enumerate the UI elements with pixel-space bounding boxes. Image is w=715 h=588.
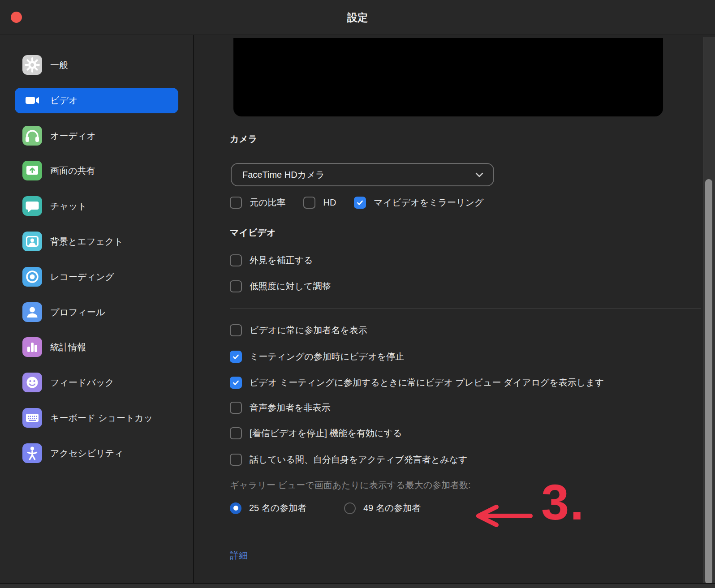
sidebar-item-label: キーボード ショートカッ xyxy=(50,405,153,431)
checkbox-label: 話している間、自分自身をアクティブ発言者とみなす xyxy=(250,454,468,466)
background-effects-icon xyxy=(22,232,42,251)
unchecked-checkbox[interactable] xyxy=(230,454,242,466)
checkbox-label: 低照度に対して調整 xyxy=(250,280,331,292)
camera-options-row: 元の比率HDマイビデオをミラーリング xyxy=(230,197,484,209)
sidebar-item-screen-share[interactable]: 画面の共有 xyxy=(15,158,178,184)
sidebar-item-label: レコーディング xyxy=(50,264,114,290)
checked-checkbox[interactable] xyxy=(230,351,242,363)
feedback-icon xyxy=(22,373,42,392)
unchecked-checkbox[interactable] xyxy=(230,254,242,266)
sidebar-item-label: 画面の共有 xyxy=(50,158,95,184)
sidebar-item-accessibility[interactable]: アクセシビリティ xyxy=(15,441,178,466)
checked-checkbox[interactable] xyxy=(354,197,366,209)
annotation-arrow-icon xyxy=(474,502,534,531)
sidebar-item-label: オーディオ xyxy=(50,123,96,149)
camera-device-value: FaceTime HDカメラ xyxy=(242,169,475,181)
checkbox-label: ミーティングの参加時にビデオを停止 xyxy=(250,351,404,363)
unchecked-checkbox[interactable] xyxy=(230,280,242,292)
sidebar-item-label: 背景とエフェクト xyxy=(50,229,123,254)
title-bar: 設定 xyxy=(0,0,715,35)
gallery-option: 25 名の参加者 xyxy=(230,502,306,514)
camera-device-select[interactable]: FaceTime HDカメラ xyxy=(231,163,494,186)
unchecked-checkbox[interactable] xyxy=(230,427,242,439)
gallery-option: 49 名の参加者 xyxy=(344,502,421,514)
gallery-view-label: ギャラリー ビューで画面あたりに表示する最大の参加者数: xyxy=(230,479,471,491)
accessibility-icon xyxy=(22,443,42,463)
unchecked-checkbox[interactable] xyxy=(230,197,242,209)
sidebar-item-feedback[interactable]: フィードバック xyxy=(15,370,178,395)
my-video-option: 外見を補正する xyxy=(230,254,313,266)
sidebar-item-statistics[interactable]: 統計情報 xyxy=(15,335,178,360)
checkbox-label: [着信ビデオを停止] 機能を有効にする xyxy=(250,427,402,439)
checkbox-label: 音声参加者を非表示 xyxy=(250,402,330,414)
camera-option: HD xyxy=(303,197,336,209)
checkbox-label: マイビデオをミラーリング xyxy=(374,197,483,209)
unchecked-checkbox[interactable] xyxy=(230,324,242,336)
video-icon xyxy=(22,90,42,110)
scrollbar-thumb[interactable] xyxy=(705,179,712,584)
sidebar-item-keyboard[interactable]: キーボード ショートカッ xyxy=(15,405,178,431)
screen-share-icon xyxy=(22,161,42,180)
sidebar-item-video[interactable]: ビデオ xyxy=(15,88,178,113)
sidebar-item-label: 一般 xyxy=(50,52,68,78)
checkbox-label: 外見を補正する xyxy=(250,254,313,266)
meeting-option: 音声参加者を非表示 xyxy=(230,402,330,414)
sidebar-item-label: 統計情報 xyxy=(50,335,86,360)
audio-icon xyxy=(22,126,42,146)
camera-section-heading: カメラ xyxy=(230,133,257,145)
my-video-section-heading: マイビデオ xyxy=(230,227,276,239)
my-video-option: 低照度に対して調整 xyxy=(230,280,331,292)
window-title: 設定 xyxy=(0,0,715,35)
camera-preview xyxy=(233,38,663,116)
unchecked-checkbox[interactable] xyxy=(303,197,315,209)
sidebar-item-recording[interactable]: レコーディング xyxy=(15,264,178,290)
camera-option: 元の比率 xyxy=(230,197,285,209)
sidebar-item-label: プロフィール xyxy=(50,300,105,325)
sidebar-item-gear[interactable]: 一般 xyxy=(15,52,178,78)
meeting-option: 話している間、自分自身をアクティブ発言者とみなす xyxy=(230,454,468,466)
keyboard-icon xyxy=(22,408,42,428)
section-divider xyxy=(230,308,701,309)
meeting-option: [着信ビデオを停止] 機能を有効にする xyxy=(230,427,402,439)
checkbox-label: HD xyxy=(323,197,336,208)
camera-option: マイビデオをミラーリング xyxy=(354,197,483,209)
meeting-option: ビデオに常に参加者名を表示 xyxy=(230,324,367,336)
sidebar-item-label: ビデオ xyxy=(50,88,78,113)
sidebar-item-label: チャット xyxy=(50,193,87,219)
checkbox-label: ビデオに常に参加者名を表示 xyxy=(250,324,367,336)
annotation-step-number: 3. xyxy=(541,477,585,528)
checkbox-label: ビデオ ミーティングに参加するときに常にビデオ プレビュー ダイアログを表示しま… xyxy=(250,377,604,389)
window-bottom-edge xyxy=(0,583,715,588)
checked-checkbox[interactable] xyxy=(230,377,242,389)
profile-icon xyxy=(22,302,42,322)
checkbox-label: 元の比率 xyxy=(250,197,285,209)
sidebar-item-label: アクセシビリティ xyxy=(50,441,124,466)
sidebar-item-label: フィードバック xyxy=(50,370,114,395)
sidebar-item-chat[interactable]: チャット xyxy=(15,193,178,219)
selected-radio-button[interactable] xyxy=(230,502,241,514)
sidebar-divider xyxy=(193,35,194,583)
radio-label: 25 名の参加者 xyxy=(249,502,306,514)
sidebar-item-profile[interactable]: プロフィール xyxy=(15,300,178,325)
unchecked-checkbox[interactable] xyxy=(230,402,242,414)
statistics-icon xyxy=(22,337,42,357)
recording-icon xyxy=(22,267,42,287)
chat-icon xyxy=(22,196,42,216)
meeting-option: ミーティングの参加時にビデオを停止 xyxy=(230,351,404,363)
sidebar-item-background-effects[interactable]: 背景とエフェクト xyxy=(15,229,178,254)
radio-label: 49 名の参加者 xyxy=(363,502,421,514)
unselected-radio-button[interactable] xyxy=(344,502,356,514)
advanced-link[interactable]: 詳細 xyxy=(230,549,248,562)
chevron-down-icon xyxy=(475,170,483,180)
gear-icon xyxy=(22,55,42,75)
settings-sidebar: 一般ビデオオーディオ画面の共有チャット背景とエフェクトレコーディングプロフィール… xyxy=(0,35,194,583)
sidebar-item-audio[interactable]: オーディオ xyxy=(15,123,178,149)
meeting-option: ビデオ ミーティングに参加するときに常にビデオ プレビュー ダイアログを表示しま… xyxy=(230,377,604,389)
